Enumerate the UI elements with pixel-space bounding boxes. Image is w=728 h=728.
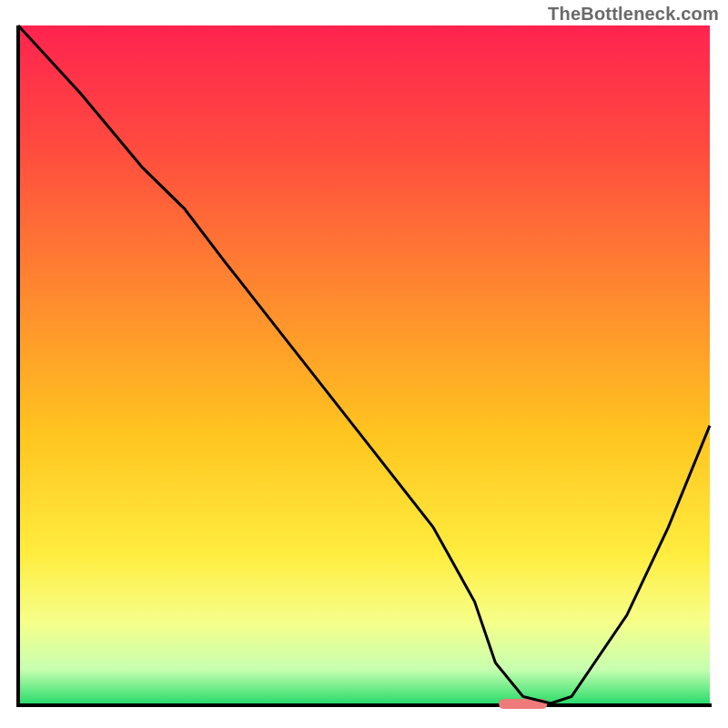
plot-gradient-background	[18, 25, 710, 703]
bottleneck-chart	[0, 0, 728, 728]
